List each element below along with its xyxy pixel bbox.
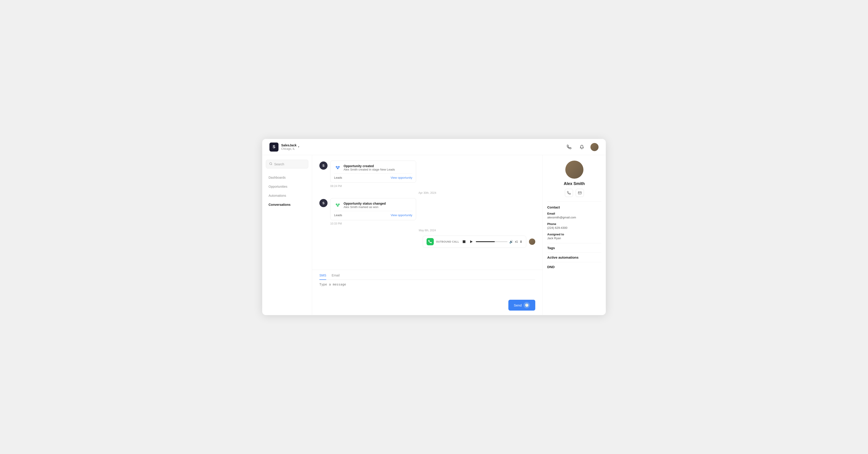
active-automations-label: Active automations bbox=[547, 256, 579, 259]
audio-stop-button[interactable] bbox=[461, 239, 467, 245]
assigned-label: Assigned to bbox=[547, 233, 601, 236]
download-icon[interactable]: ⬇ bbox=[520, 240, 522, 244]
call-bubble: OUTBOUND CALL bbox=[423, 235, 526, 248]
audio-controls: 🔊 x1 ⬇ bbox=[461, 239, 522, 245]
activity-card-1-header: Opportunity created Alex Smith created i… bbox=[334, 164, 412, 171]
activity-2-footer: Leads View opportunity bbox=[334, 211, 412, 217]
timestamp-2: 10:33 PM bbox=[330, 222, 535, 225]
date-divider-1: Apr 30th, 2024 bbox=[319, 191, 535, 194]
contact-name: Alex Smith bbox=[547, 182, 601, 186]
call-phone-icon bbox=[427, 238, 434, 245]
call-row: OUTBOUND CALL bbox=[319, 235, 535, 248]
header: S SalesJack Chicago, IL ▾ bbox=[262, 139, 606, 155]
brand-name: SalesJack bbox=[281, 143, 297, 147]
timestamp-1: 08:24 PM bbox=[330, 185, 535, 188]
tags-label: Tags bbox=[547, 246, 555, 250]
dnd-section[interactable]: DND bbox=[547, 262, 601, 271]
activity-1-footer: Leads View opportunity bbox=[334, 173, 412, 179]
sidebar-item-conversations[interactable]: Conversations bbox=[266, 201, 308, 208]
user-avatar[interactable] bbox=[590, 143, 598, 151]
call-label: OUTBOUND CALL bbox=[436, 240, 459, 243]
activity-card-2-header: Opportunity status changed Alex Smith ma… bbox=[334, 201, 412, 209]
contact-action-btns bbox=[547, 189, 601, 197]
send-button[interactable]: Send 🕐 bbox=[508, 300, 535, 311]
phone-header-button[interactable] bbox=[565, 143, 573, 151]
audio-progress[interactable] bbox=[476, 241, 507, 242]
message-input-field[interactable] bbox=[319, 283, 535, 296]
header-left: S SalesJack Chicago, IL ▾ bbox=[270, 142, 299, 152]
contact-phone-field: Phone (224) 629-4300 bbox=[547, 222, 601, 229]
contact-email-field: Email alexsmith@gmail.com bbox=[547, 212, 601, 219]
sidebar: Search Dashboards Opportunities Automati… bbox=[262, 155, 312, 315]
search-placeholder: Search bbox=[274, 162, 284, 166]
email-label: Email bbox=[547, 212, 601, 215]
svg-rect-14 bbox=[463, 240, 465, 243]
schedule-icon[interactable]: 🕐 bbox=[524, 302, 530, 308]
activity-avatar-1: S bbox=[319, 162, 328, 170]
message-input-area: SMS Email Send 🕐 bbox=[312, 270, 542, 315]
date-divider-2: May 8th, 2024 bbox=[319, 229, 535, 232]
assigned-value: Jack Ryan bbox=[547, 236, 601, 240]
contact-header: Alex Smith bbox=[547, 161, 601, 197]
contact-phone-button[interactable] bbox=[565, 189, 573, 197]
search-icon bbox=[269, 162, 272, 166]
activity-2-tag: Leads bbox=[334, 214, 342, 217]
activity-card-2: Opportunity status changed Alex Smith ma… bbox=[330, 198, 416, 220]
activity-1-subtitle: Alex Smith created in stage New Leads bbox=[344, 168, 395, 171]
audio-play-button[interactable] bbox=[469, 239, 474, 245]
view-opportunity-link-2[interactable]: View opportunity bbox=[391, 214, 412, 217]
send-row: Send 🕐 bbox=[319, 300, 535, 311]
brand-location: Chicago, IL bbox=[281, 147, 297, 151]
tags-section[interactable]: Tags bbox=[547, 243, 601, 253]
audio-speed[interactable]: x1 bbox=[515, 240, 518, 243]
sidebar-item-dashboards[interactable]: Dashboards bbox=[266, 174, 308, 181]
send-label: Send bbox=[514, 303, 522, 307]
opportunity-status-icon bbox=[334, 201, 341, 209]
tab-email[interactable]: Email bbox=[332, 273, 340, 280]
caller-avatar bbox=[529, 238, 535, 245]
sidebar-item-automations[interactable]: Automations bbox=[266, 192, 308, 199]
right-panel: Alex Smith bbox=[542, 155, 606, 315]
message-tabs: SMS Email bbox=[319, 273, 535, 280]
notification-button[interactable] bbox=[578, 143, 586, 151]
volume-icon[interactable]: 🔊 bbox=[509, 240, 513, 244]
divider-1 bbox=[547, 201, 601, 202]
activity-avatar-2: S bbox=[319, 199, 328, 207]
activity-2-subtitle: Alex Smith marked as won bbox=[344, 205, 386, 209]
activity-card-1: Opportunity created Alex Smith created i… bbox=[330, 161, 416, 183]
search-box[interactable]: Search bbox=[266, 160, 308, 168]
logo-icon: S bbox=[270, 142, 278, 152]
svg-line-1 bbox=[272, 164, 272, 165]
chevron-down-icon: ▾ bbox=[298, 145, 299, 149]
sidebar-item-opportunities[interactable]: Opportunities bbox=[266, 183, 308, 190]
activity-row-2: S bbox=[319, 198, 535, 220]
contact-assigned-field: Assigned to Jack Ryan bbox=[547, 233, 601, 240]
phone-value: (224) 629-4300 bbox=[547, 226, 601, 229]
contact-avatar-large bbox=[565, 161, 583, 179]
main-layout: Search Dashboards Opportunities Automati… bbox=[262, 155, 606, 315]
content-area: S bbox=[312, 155, 606, 315]
tab-sms[interactable]: SMS bbox=[319, 273, 326, 280]
contact-email-button[interactable] bbox=[576, 189, 584, 197]
activity-1-title: Opportunity created bbox=[344, 164, 395, 168]
activity-1-tag: Leads bbox=[334, 176, 342, 179]
active-automations-section[interactable]: Active automations bbox=[547, 253, 601, 262]
view-opportunity-link-1[interactable]: View opportunity bbox=[391, 176, 412, 179]
email-value: alexsmith@gmail.com bbox=[547, 216, 601, 219]
feed-container: S bbox=[312, 155, 542, 270]
activity-row-1: S bbox=[319, 161, 535, 183]
brand-selector[interactable]: SalesJack Chicago, IL ▾ bbox=[281, 143, 299, 151]
svg-marker-15 bbox=[470, 240, 473, 243]
chat-area: S bbox=[312, 155, 542, 315]
phone-label: Phone bbox=[547, 222, 601, 226]
svg-point-0 bbox=[270, 163, 272, 165]
opportunity-created-icon bbox=[334, 164, 341, 171]
activity-2-title: Opportunity status changed bbox=[344, 202, 386, 205]
contact-section-title: Contact bbox=[547, 205, 601, 209]
header-right bbox=[565, 143, 598, 151]
dnd-label: DND bbox=[547, 265, 555, 269]
audio-progress-fill bbox=[476, 241, 495, 242]
